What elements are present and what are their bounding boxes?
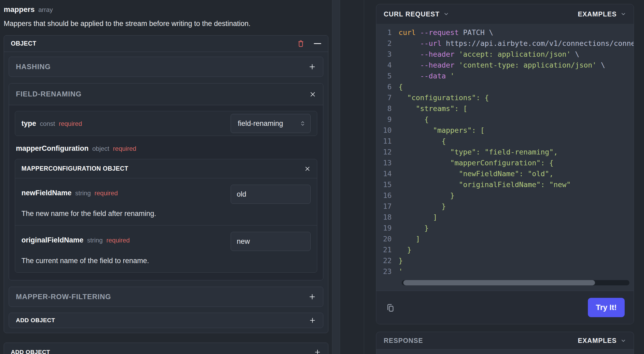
code-line-content: "configurations": { (399, 94, 634, 102)
code-line: 1curl --request PATCH \ (376, 27, 634, 38)
code-line-content: } (399, 224, 634, 232)
field-description: The current name of the field to rename. (21, 257, 311, 265)
code-line: 11 { (376, 136, 634, 147)
line-number: 1 (376, 28, 399, 37)
line-number: 11 (376, 137, 399, 145)
code-line-content: } (399, 202, 634, 210)
line-number: 10 (376, 126, 399, 134)
scrollbar-thumb[interactable] (403, 280, 595, 285)
code-line-content: { (399, 83, 634, 91)
type-property-label: type const required (21, 120, 82, 128)
type-select[interactable]: field-renaming (231, 114, 311, 133)
original-field-name-label: originalFieldName string required (21, 236, 130, 244)
code-line: 8 "streams": [ (376, 103, 634, 114)
line-number: 4 (376, 61, 399, 69)
examples-dropdown[interactable]: EXAMPLES (578, 10, 626, 18)
property-required-badge: required (95, 189, 118, 197)
line-number: 7 (376, 94, 399, 102)
response-header: RESPONSE EXAMPLES (376, 332, 634, 349)
plus-icon (314, 348, 321, 354)
curl-request-title: CURL REQUEST (384, 10, 440, 18)
code-line-content: "type": "field-renaming", (399, 148, 634, 156)
code-line: 19 } (376, 223, 634, 233)
code-line: 3 --header 'accept: application/json' \ (376, 49, 634, 60)
response-examples-dropdown[interactable]: EXAMPLES (578, 337, 626, 344)
code-horizontal-scrollbar[interactable] (402, 280, 629, 285)
response-body (376, 349, 634, 354)
line-number: 17 (376, 202, 399, 210)
original-field-name-row: originalFieldName string required The cu… (15, 225, 317, 272)
field-type-badge: array (38, 6, 53, 14)
code-block: 1curl --request PATCH \2 --url https://a… (376, 24, 634, 291)
curl-request-toggle[interactable]: CURL REQUEST (384, 10, 449, 18)
request-pane: CURL REQUEST EXAMPLES 1curl --request PA… (364, 0, 644, 354)
section-mapper-row-filtering[interactable]: MAPPER-ROW-FILTERING (9, 287, 323, 307)
code-line-content: "mapperConfiguration": { (399, 159, 634, 167)
code-line: 9 { (376, 114, 634, 125)
code-line-content: ' (399, 267, 634, 276)
try-it-button[interactable]: Try It! (588, 298, 625, 317)
original-field-name-input[interactable] (231, 232, 311, 251)
plus-icon[interactable] (308, 293, 316, 301)
section-hashing[interactable]: HASHING (9, 57, 323, 77)
property-kind: string (75, 189, 91, 197)
property-kind: const (40, 120, 55, 127)
field-description: Mappers that should be applied to the st… (4, 20, 328, 28)
collapse-object-button[interactable] (314, 43, 321, 44)
property-name: newFieldName (21, 189, 71, 197)
new-field-name-input[interactable] (231, 185, 311, 204)
object-group-title: OBJECT (11, 40, 297, 47)
line-number: 5 (376, 72, 399, 80)
code-line: 22} (376, 255, 634, 266)
minus-icon (314, 43, 321, 44)
field-name: mappers (4, 5, 35, 14)
code-line-content: --url https://api.airbyte.com/v1/connect… (399, 39, 634, 47)
line-number: 18 (376, 213, 399, 221)
new-field-name-label: newFieldName string required (21, 189, 118, 197)
page: { "colors": { "accent": "#5356f2", "requ… (0, 0, 644, 354)
code-line: 4 --header 'content-type: application/js… (376, 60, 634, 70)
line-number: 20 (376, 235, 399, 243)
add-object-button-inner[interactable]: ADD OBJECT (9, 313, 323, 328)
property-name: originalFieldName (21, 236, 83, 244)
plus-icon[interactable] (308, 63, 316, 71)
left-pane-scrollbar[interactable] (332, 0, 340, 354)
examples-label: EXAMPLES (578, 337, 617, 344)
line-number: 23 (376, 267, 399, 276)
schema-pane: mappers array Mappers that should be app… (0, 0, 332, 354)
curl-request-header: CURL REQUEST EXAMPLES (376, 4, 634, 24)
line-number: 19 (376, 224, 399, 232)
close-icon[interactable] (304, 166, 311, 172)
code-line: 15 "originalFieldName": "new" (376, 179, 634, 190)
code-line-content: "streams": [ (399, 104, 634, 113)
copy-code-button[interactable] (385, 303, 395, 313)
field-renaming-title: FIELD-RENAMING (16, 90, 309, 98)
field-description: The new name for the field after renamin… (21, 210, 311, 218)
code-line: 10 "mappers": [ (376, 125, 634, 136)
property-kind: string (87, 237, 103, 244)
add-object-button-outer[interactable]: ADD OBJECT (4, 343, 328, 354)
trash-icon (297, 40, 305, 48)
chevron-down-icon (620, 11, 626, 17)
object-group-card: OBJECT HASHING (4, 35, 328, 333)
line-number: 13 (376, 159, 399, 167)
code-line-content: "originalFieldName": "new" (399, 180, 634, 189)
delete-object-button[interactable] (297, 40, 305, 48)
code-line-content: { (399, 137, 634, 145)
mapper-configuration-label: mapperConfiguration object required (15, 144, 317, 153)
close-icon[interactable] (309, 91, 316, 98)
section-hashing-title: HASHING (16, 63, 308, 71)
code-line: 5 --data ' (376, 70, 634, 81)
pane-divider (340, 0, 364, 354)
code-line: 16 } (376, 190, 634, 201)
code-line: 21 } (376, 244, 634, 255)
field-renaming-header[interactable]: FIELD-RENAMING (9, 83, 323, 105)
object-group-body: HASHING FIELD-RENAMING type con (4, 52, 328, 333)
line-number: 15 (376, 180, 399, 189)
chevron-down-icon (620, 338, 626, 344)
code-line: 2 --url https://api.airbyte.com/v1/conne… (376, 38, 634, 49)
line-number: 8 (376, 104, 399, 113)
field-title-row: mappers array (4, 5, 328, 14)
mapper-configuration-title: MAPPERCONFIGURATION OBJECT (21, 165, 304, 172)
property-required-badge: required (113, 145, 136, 152)
